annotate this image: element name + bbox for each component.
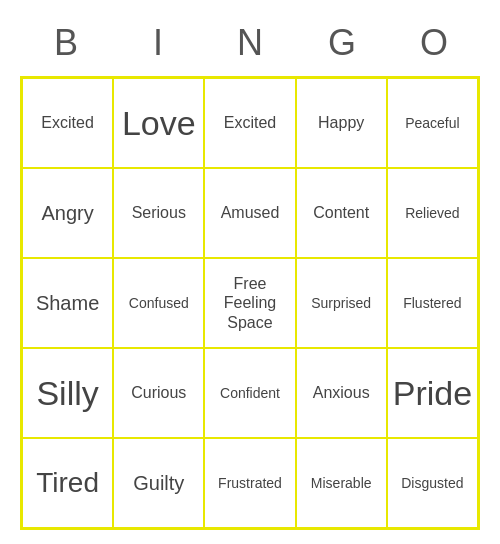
cell-text: Silly	[36, 373, 98, 414]
cell-text: Serious	[132, 203, 186, 222]
cell-text: Shame	[36, 291, 99, 315]
cell-text: Pride	[393, 373, 472, 414]
bingo-cell[interactable]: Anxious	[296, 348, 387, 438]
bingo-cell[interactable]: Disgusted	[387, 438, 478, 528]
cell-text: Love	[122, 103, 196, 144]
cell-text: Surprised	[311, 295, 371, 312]
bingo-cell[interactable]: Excited	[204, 78, 295, 168]
bingo-cell[interactable]: Relieved	[387, 168, 478, 258]
bingo-cell[interactable]: Shame	[22, 258, 113, 348]
cell-text: Amused	[221, 203, 280, 222]
bingo-cell[interactable]: Surprised	[296, 258, 387, 348]
cell-text: Flustered	[403, 295, 461, 312]
bingo-cell[interactable]: Confident	[204, 348, 295, 438]
bingo-cell[interactable]: Serious	[113, 168, 204, 258]
header-letter: N	[204, 14, 296, 72]
bingo-cell[interactable]: Guilty	[113, 438, 204, 528]
cell-text: Relieved	[405, 205, 459, 222]
cell-text: Disgusted	[401, 475, 463, 492]
bingo-cell[interactable]: Pride	[387, 348, 478, 438]
header-letter: G	[296, 14, 388, 72]
bingo-grid: ExcitedLoveExcitedHappyPeacefulAngrySeri…	[20, 76, 480, 530]
header-letter: B	[20, 14, 112, 72]
bingo-cell[interactable]: Free Feeling Space	[204, 258, 295, 348]
cell-text: Frustrated	[218, 475, 282, 492]
bingo-cell[interactable]: Angry	[22, 168, 113, 258]
cell-text: Anxious	[313, 383, 370, 402]
bingo-cell[interactable]: Amused	[204, 168, 295, 258]
bingo-card: BINGO ExcitedLoveExcitedHappyPeacefulAng…	[10, 4, 490, 540]
cell-text: Free Feeling Space	[224, 274, 276, 332]
header-letter: I	[112, 14, 204, 72]
bingo-cell[interactable]: Tired	[22, 438, 113, 528]
bingo-header: BINGO	[20, 14, 480, 72]
bingo-cell[interactable]: Peaceful	[387, 78, 478, 168]
bingo-cell[interactable]: Miserable	[296, 438, 387, 528]
bingo-cell[interactable]: Silly	[22, 348, 113, 438]
cell-text: Peaceful	[405, 115, 459, 132]
bingo-cell[interactable]: Confused	[113, 258, 204, 348]
cell-text: Guilty	[133, 471, 184, 495]
cell-text: Confused	[129, 295, 189, 312]
header-letter: O	[388, 14, 480, 72]
bingo-cell[interactable]: Content	[296, 168, 387, 258]
cell-text: Happy	[318, 113, 364, 132]
bingo-cell[interactable]: Love	[113, 78, 204, 168]
cell-text: Miserable	[311, 475, 372, 492]
cell-text: Tired	[36, 466, 99, 500]
cell-text: Confident	[220, 385, 280, 402]
cell-text: Angry	[41, 201, 93, 225]
cell-text: Excited	[224, 113, 276, 132]
bingo-cell[interactable]: Curious	[113, 348, 204, 438]
bingo-cell[interactable]: Frustrated	[204, 438, 295, 528]
cell-text: Excited	[41, 113, 93, 132]
cell-text: Content	[313, 203, 369, 222]
cell-text: Curious	[131, 383, 186, 402]
bingo-cell[interactable]: Flustered	[387, 258, 478, 348]
bingo-cell[interactable]: Excited	[22, 78, 113, 168]
bingo-cell[interactable]: Happy	[296, 78, 387, 168]
